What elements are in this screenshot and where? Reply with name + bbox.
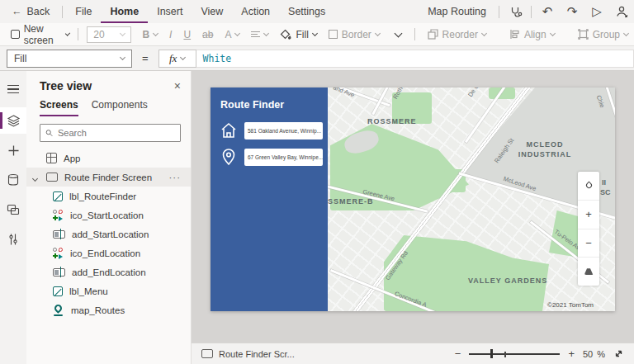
tree-item-lbl-routefinder[interactable]: lbl_RouteFinder <box>26 187 191 206</box>
zoom-out-button[interactable]: − <box>455 347 461 360</box>
media-rail-icon[interactable] <box>0 196 26 223</box>
map-area-label: SSMERE-B <box>328 197 374 206</box>
status-bar: Route Finder Scr... − + 50 % <box>192 343 634 364</box>
chevron-down-icon <box>120 54 125 59</box>
data-rail-icon[interactable] <box>0 167 26 193</box>
preview-play-icon[interactable]: ▷ <box>584 0 609 23</box>
icon-control-icon <box>53 210 64 220</box>
redo-icon[interactable]: ↷ <box>560 0 584 23</box>
chevron-down-icon <box>375 30 381 35</box>
menu-item-home[interactable]: Home <box>101 0 148 23</box>
close-icon[interactable]: × <box>174 79 181 92</box>
map-controls: + − <box>578 172 599 286</box>
group-button[interactable]: Group <box>572 23 634 45</box>
chevron-down-icon <box>120 30 125 35</box>
app-name: Map Routing <box>419 0 495 23</box>
tree-item-add-startlocation[interactable]: add_StartLocation <box>26 225 191 243</box>
menu-item-action[interactable]: Action <box>232 0 279 23</box>
screen-selector[interactable]: Route Finder Scr... <box>201 349 295 359</box>
group-icon <box>578 29 589 40</box>
text-input-control-icon <box>53 230 65 239</box>
map-pitch-button[interactable] <box>578 257 599 286</box>
font-size-dropdown[interactable]: 20 <box>87 26 131 43</box>
fx-dropdown[interactable]: fx <box>158 50 196 68</box>
slider-handle[interactable] <box>490 349 493 358</box>
search-input[interactable] <box>58 128 175 138</box>
divider <box>414 28 415 40</box>
menu-item-view[interactable]: View <box>192 0 232 23</box>
zoom-in-button[interactable]: + <box>568 347 575 360</box>
compass-needle-icon <box>584 182 593 190</box>
more-options-icon[interactable]: ··· <box>169 173 182 182</box>
undo-icon[interactable]: ↶ <box>535 0 560 23</box>
divider <box>62 6 63 18</box>
more-formatting-button[interactable] <box>386 23 411 45</box>
property-dropdown[interactable]: Fill <box>7 50 132 68</box>
new-screen-button[interactable]: New screen <box>5 23 74 45</box>
format-toolbar: New screen 20 B I U ab A <box>0 23 634 46</box>
app-checker-icon[interactable] <box>503 0 528 23</box>
start-location-input[interactable]: 581 Oakland Avenue, Winnip... <box>244 122 323 139</box>
strikethrough-button[interactable]: ab <box>196 23 219 45</box>
font-color-label: A <box>225 29 231 40</box>
location-pin-icon <box>219 147 239 167</box>
chevron-down-icon <box>234 30 240 35</box>
plus-icon: + <box>585 208 592 220</box>
route-finder-panel[interactable]: Route Finder 581 Oakland Avenue, Winnip.… <box>211 87 328 311</box>
tree-item-label: map_Routes <box>71 305 125 315</box>
back-button[interactable]: ← Back <box>0 0 59 23</box>
border-button[interactable]: Border <box>323 23 386 45</box>
end-location-input[interactable]: 67 Green Valley Bay, Winnipe... <box>244 149 323 166</box>
search-icon <box>45 128 53 138</box>
reorder-button[interactable]: Reorder <box>422 23 492 45</box>
tree-item-app[interactable]: App <box>26 149 191 168</box>
tree-item-label: ico_EndLocation <box>70 248 140 258</box>
tree-item-map-routes[interactable]: map_Routes <box>26 300 191 319</box>
menu-item-file[interactable]: File <box>66 0 101 23</box>
app-screen[interactable]: Route Finder 581 Oakland Avenue, Winnip.… <box>211 87 615 311</box>
fit-to-window-icon[interactable] <box>613 348 624 359</box>
map-locate-button[interactable] <box>578 172 599 200</box>
tree-item-label: App <box>64 154 80 163</box>
text-align-button[interactable] <box>245 23 274 45</box>
bold-button[interactable]: B <box>136 23 163 45</box>
end-location-value: 67 Green Valley Bay, Winnipe... <box>248 154 323 160</box>
tree-item-route-finder-screen[interactable]: Route Finder Screen ··· <box>26 168 191 187</box>
divider <box>531 6 532 18</box>
tree-item-label: Route Finder Screen <box>64 173 152 182</box>
insert-rail-icon[interactable] <box>0 137 26 163</box>
tree-item-ico-endlocation[interactable]: ico_EndLocation <box>26 243 191 262</box>
font-color-button[interactable]: A <box>219 23 245 45</box>
zoom-slider[interactable] <box>469 348 560 360</box>
tree-item-add-endlocation[interactable]: add_EndLocation <box>26 262 191 281</box>
tab-screens[interactable]: Screens <box>40 99 78 116</box>
tree-item-lbl-menu[interactable]: lbl_Menu <box>26 281 191 300</box>
chevron-down-icon[interactable] <box>32 175 38 181</box>
menu-item-settings[interactable]: Settings <box>279 0 334 23</box>
account-icon[interactable] <box>609 0 634 23</box>
search-box[interactable] <box>40 124 181 142</box>
hamburger-menu-icon[interactable] <box>0 76 26 102</box>
group-label: Group <box>593 29 620 40</box>
underline-button[interactable]: U <box>177 23 196 45</box>
pitch-icon <box>584 268 594 275</box>
align-button[interactable]: Align <box>504 23 561 45</box>
menu-item-insert[interactable]: Insert <box>148 0 192 23</box>
map-control[interactable]: ROSSMERE MCLEOD INDUSTRIAL SSMERE-B VALL… <box>328 87 615 311</box>
formula-input[interactable]: White <box>196 50 634 68</box>
tree-item-ico-startlocation[interactable]: ico_StartLocation <box>26 206 191 225</box>
italic-button[interactable]: I <box>163 23 177 45</box>
chevron-down-icon <box>550 30 556 35</box>
map-zoom-in-button[interactable]: + <box>578 200 599 229</box>
fill-button[interactable]: Fill <box>274 23 322 45</box>
map-zoom-out-button[interactable]: − <box>578 229 599 258</box>
chevron-down-icon <box>180 54 186 59</box>
underline-label: U <box>183 29 191 40</box>
advanced-tools-rail-icon[interactable] <box>0 226 26 253</box>
screen-icon <box>201 349 213 358</box>
divider <box>78 28 78 40</box>
tree-view-rail-icon[interactable] <box>0 107 26 134</box>
chevron-down-icon <box>623 30 629 35</box>
label-control-icon <box>53 286 63 296</box>
tab-components[interactable]: Components <box>92 99 148 116</box>
